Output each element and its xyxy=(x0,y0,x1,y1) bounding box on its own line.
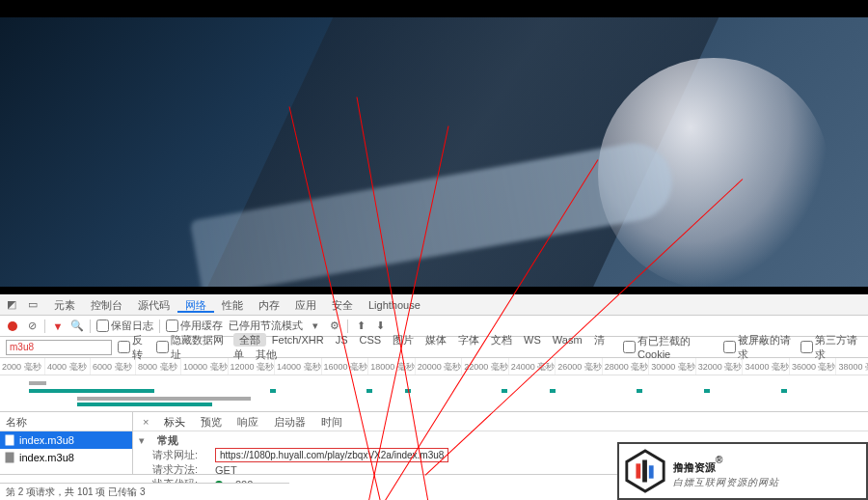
svg-rect-4 xyxy=(642,460,647,483)
disable-cache-checkbox[interactable]: 停用缓存 xyxy=(166,319,223,333)
url-label: 请求网址: xyxy=(152,448,205,462)
detail-tab-启动器[interactable]: 启动器 xyxy=(266,416,313,428)
search-icon[interactable]: 🔍 xyxy=(70,319,84,333)
time-mark: 34000 毫秒 xyxy=(743,358,790,375)
svg-rect-3 xyxy=(636,463,640,478)
blocked-requests-checkbox[interactable]: 被屏蔽的请求 xyxy=(723,333,795,362)
separator xyxy=(347,319,348,333)
svg-rect-0 xyxy=(6,435,14,445)
filter-type-CSS[interactable]: CSS xyxy=(353,333,387,347)
watermark-logo-icon xyxy=(623,449,667,493)
devtools-tabs-row: ◩ ▭ 元素控制台源代码网络性能内存应用安全Lighthouse xyxy=(0,294,868,316)
waterfall-bar xyxy=(366,389,372,393)
tab-元素[interactable]: 元素 xyxy=(46,299,83,311)
request-method-value: GET xyxy=(215,464,237,476)
time-mark: 30000 毫秒 xyxy=(649,358,696,375)
detail-tabs: × 标头预览响应启动器时间 xyxy=(133,412,868,431)
time-mark: 16000 毫秒 xyxy=(322,358,369,375)
waterfall-bar xyxy=(270,389,276,393)
third-party-checkbox[interactable]: 第三方请求 xyxy=(800,333,862,362)
throttling-select[interactable]: 已停用节流模式 xyxy=(229,319,303,333)
tab-安全[interactable]: 安全 xyxy=(324,299,361,311)
separator xyxy=(90,319,91,333)
close-icon[interactable]: × xyxy=(137,416,154,428)
tab-网络[interactable]: 网络 xyxy=(177,299,214,313)
watermark: 撸撸资源® 白嫖互联网资源的网站 xyxy=(617,442,868,500)
request-row[interactable]: index.m3u8 xyxy=(0,449,132,466)
filter-input[interactable] xyxy=(6,340,112,355)
separator xyxy=(159,319,160,333)
general-section: 常规 xyxy=(157,433,178,448)
chevron-down-icon[interactable]: ▾ xyxy=(139,434,145,447)
filter-icon[interactable]: ▼ xyxy=(51,319,65,333)
time-mark: 28000 毫秒 xyxy=(603,358,650,375)
time-mark: 12000 毫秒 xyxy=(229,358,276,375)
name-column-header[interactable]: 名称 xyxy=(0,412,132,431)
time-mark: 18000 毫秒 xyxy=(368,358,416,375)
waterfall-overview[interactable] xyxy=(0,375,868,412)
waterfall-bar xyxy=(704,389,710,393)
filter-type-字体[interactable]: 字体 xyxy=(452,333,485,347)
request-row[interactable]: index.m3u8 xyxy=(0,431,132,449)
video-area xyxy=(0,0,868,294)
time-mark: 14000 毫秒 xyxy=(275,358,322,375)
separator xyxy=(44,319,45,333)
filter-type-媒体[interactable]: 媒体 xyxy=(420,333,452,347)
detail-tab-时间[interactable]: 时间 xyxy=(313,416,350,428)
tab-源代码[interactable]: 源代码 xyxy=(130,299,177,311)
clear-button[interactable]: ⊘ xyxy=(25,319,39,333)
throttling-chevron-icon[interactable]: ▾ xyxy=(309,319,322,333)
time-mark: 2000 毫秒 xyxy=(0,358,45,375)
time-mark: 20000 毫秒 xyxy=(416,358,463,375)
time-mark: 8000 毫秒 xyxy=(136,358,181,375)
svg-rect-5 xyxy=(649,465,654,478)
method-label: 请求方法: xyxy=(152,462,205,477)
waterfall-bar xyxy=(781,389,787,393)
status-bar: 第 2 项请求，共 101 项 已传输 3 xyxy=(0,483,289,500)
detail-tab-响应[interactable]: 响应 xyxy=(230,416,266,428)
svg-rect-1 xyxy=(6,453,14,462)
watermark-title: 撸撸资源® xyxy=(673,454,779,476)
tab-控制台[interactable]: 控制台 xyxy=(83,299,130,311)
watermark-subtitle: 白嫖互联网资源的网站 xyxy=(673,476,779,489)
waterfall-bar xyxy=(29,381,46,385)
preserve-log-checkbox[interactable]: 保留日志 xyxy=(96,319,153,333)
waterfall-bar xyxy=(550,389,556,393)
waterfall-bar xyxy=(29,389,154,393)
hide-data-urls-checkbox[interactable]: 隐藏数据网址 xyxy=(156,333,228,362)
waterfall-bar xyxy=(502,389,507,393)
time-mark: 32000 毫秒 xyxy=(696,358,744,375)
name-panel: 名称 index.m3u8index.m3u8 xyxy=(0,412,133,474)
time-mark: 26000 毫秒 xyxy=(556,358,603,375)
detail-tab-标头[interactable]: 标头 xyxy=(156,416,193,428)
filter-type-WS[interactable]: WS xyxy=(518,333,547,347)
inspect-icon[interactable]: ◩ xyxy=(4,297,19,313)
time-mark: 38000 毫秒 xyxy=(836,358,868,375)
invert-checkbox[interactable]: 反转 xyxy=(118,333,150,362)
time-mark: 10000 毫秒 xyxy=(181,358,229,375)
detail-tab-预览[interactable]: 预览 xyxy=(193,416,230,428)
tab-内存[interactable]: 内存 xyxy=(251,299,287,311)
record-button[interactable] xyxy=(6,319,19,333)
time-mark: 6000 毫秒 xyxy=(91,358,136,375)
filter-type-Fetch/XHR[interactable]: Fetch/XHR xyxy=(266,333,330,347)
waterfall-bar xyxy=(637,389,642,393)
waterfall-bar xyxy=(77,397,251,401)
waterfall-bar xyxy=(77,403,212,406)
export-icon[interactable]: ⬇ xyxy=(373,319,387,333)
timeline-ruler[interactable]: 2000 毫秒4000 毫秒6000 毫秒8000 毫秒10000 毫秒1200… xyxy=(0,358,868,375)
filter-type-全部[interactable]: 全部 xyxy=(233,333,266,347)
filter-type-文档[interactable]: 文档 xyxy=(485,333,518,347)
time-mark: 36000 毫秒 xyxy=(790,358,837,375)
blocked-cookies-checkbox[interactable]: 有已拦截的 Cookie xyxy=(623,334,718,360)
filter-row: 反转 隐藏数据网址 全部Fetch/XHRJSCSS图片媒体字体文档WSWasm… xyxy=(0,337,868,358)
time-mark: 4000 毫秒 xyxy=(45,358,91,375)
tab-性能[interactable]: 性能 xyxy=(214,299,251,311)
filter-type-Wasm[interactable]: Wasm xyxy=(547,333,588,347)
tab-应用[interactable]: 应用 xyxy=(287,299,324,311)
import-icon[interactable]: ⬆ xyxy=(354,319,367,333)
device-toggle-icon[interactable]: ▭ xyxy=(25,297,41,313)
